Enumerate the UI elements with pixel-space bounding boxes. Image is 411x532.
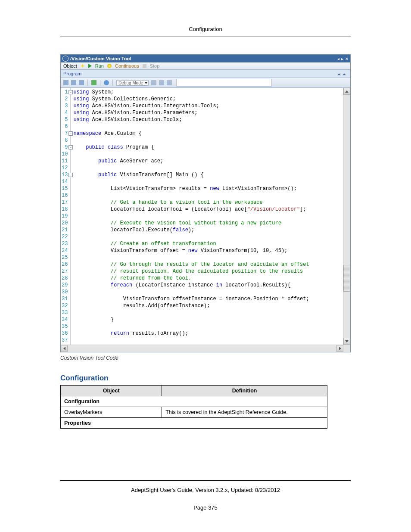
nav-next-icon[interactable]: ▸	[341, 56, 343, 61]
triangle-right-icon	[339, 347, 341, 350]
stop-icon	[143, 64, 146, 68]
triangle-up-icon	[345, 90, 349, 93]
triangle-left-icon	[63, 347, 65, 350]
scroll-left-button[interactable]	[61, 345, 68, 352]
config-table: Object Definition Configuration OverlayM…	[60, 385, 327, 429]
page-footer: AdeptSight User's Guide, Version 3.2.x, …	[60, 480, 351, 493]
menu-run[interactable]: Run	[95, 63, 104, 68]
menu-stop: Stop	[150, 63, 160, 68]
step-over-icon[interactable]	[151, 80, 156, 85]
paste-icon[interactable]	[79, 80, 84, 85]
code-editor[interactable]: using System;using System.Collections.Ge…	[71, 88, 343, 345]
ide-toolbar: Debug Mode	[61, 78, 350, 88]
table-group-row: Configuration	[61, 396, 327, 407]
page-header: Configuration	[60, 26, 351, 37]
wand-icon[interactable]	[81, 64, 85, 68]
chevron-up-icon[interactable]	[337, 74, 341, 75]
scroll-down-button[interactable]	[343, 338, 350, 345]
nav-prev-icon[interactable]: ◂	[337, 56, 339, 61]
chevron-up-icon[interactable]	[342, 74, 346, 75]
code-gutter: 1-234567-89-10111213-1415161718192021222…	[61, 88, 71, 345]
program-section-bar[interactable]: Program	[61, 70, 350, 78]
build-icon[interactable]	[91, 80, 97, 85]
col-object: Object	[61, 386, 162, 396]
ide-menubar: Object Run Continuous Stop	[61, 62, 350, 70]
horizontal-scrollbar[interactable]	[61, 345, 343, 352]
section-heading: Configuration	[60, 374, 351, 383]
program-label: Program	[63, 71, 81, 76]
mode-dropdown[interactable]: Debug Mode	[116, 80, 149, 86]
cut-icon[interactable]	[63, 80, 68, 85]
ide-titlebar: /Vision/Custom Vision Tool ◂ ▸ ✕	[61, 55, 350, 62]
menu-continuous[interactable]: Continuous	[115, 63, 139, 68]
ide-window: /Vision/Custom Vision Tool ◂ ▸ ✕ Object …	[60, 54, 351, 352]
menu-object[interactable]: Object	[63, 63, 77, 68]
toolbar-field[interactable]	[176, 79, 272, 87]
triangle-down-icon	[345, 340, 349, 342]
play-icon[interactable]	[88, 64, 92, 68]
cell-object: OverlayMarkers	[61, 407, 162, 418]
copy-icon[interactable]	[71, 80, 76, 85]
close-icon[interactable]: ✕	[345, 56, 349, 61]
col-definition: Definition	[162, 386, 327, 396]
figure-caption: Custom Vision Tool Code	[60, 355, 351, 361]
cell-definition: This is covered in the AdeptSight Refere…	[162, 407, 327, 418]
gear-icon	[62, 56, 68, 62]
ide-title: /Vision/Custom Vision Tool	[70, 56, 131, 61]
page-number: Page 375	[0, 504, 411, 511]
continuous-icon[interactable]	[107, 64, 112, 68]
table-header-row: Object Definition	[61, 386, 327, 396]
scroll-up-button[interactable]	[343, 88, 350, 95]
scroll-right-button[interactable]	[336, 345, 343, 352]
table-row: OverlayMarkers This is covered in the Ad…	[61, 407, 327, 418]
vertical-scrollbar[interactable]	[343, 88, 350, 345]
step-into-icon[interactable]	[159, 80, 164, 85]
step-out-icon[interactable]	[167, 80, 172, 85]
table-group-row: Properties	[61, 418, 327, 429]
scroll-thumb[interactable]	[343, 265, 350, 292]
help-icon[interactable]	[104, 80, 109, 85]
